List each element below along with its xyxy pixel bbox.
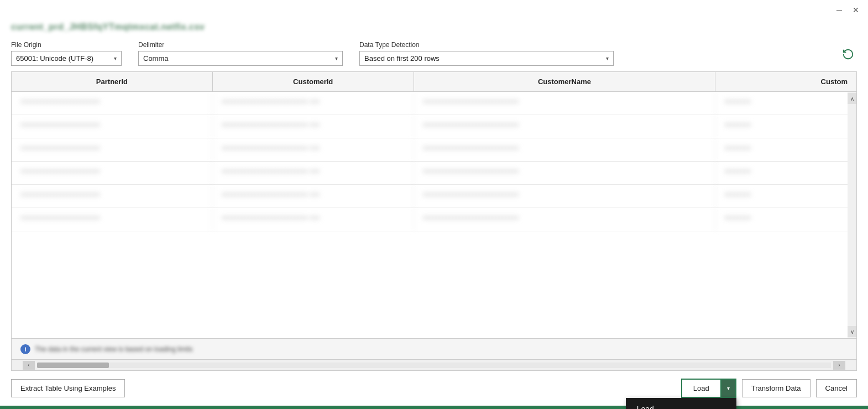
col-header-partnerid: PartnerId <box>12 72 213 91</box>
delimiter-select[interactable]: Comma ▾ <box>138 51 343 66</box>
scroll-right-button[interactable]: › <box>833 361 845 370</box>
td-cell: xxxxxxxxxxxxxxxxxxxxxxxxxxxxx <box>414 138 716 161</box>
col-header-customername: CustomerName <box>414 72 716 91</box>
file-origin-value: 65001: Unicode (UTF-8) <box>16 54 93 63</box>
delimiter-group: Delimiter Comma ▾ <box>138 41 343 66</box>
td-cell: xxxxxxxxxxxxxxxxxxxxxxxxxx xxx <box>213 138 414 161</box>
table-header: PartnerId CustomerId CustomerName Custom <box>12 72 856 92</box>
load-dropdown-toggle[interactable]: ▾ <box>720 379 736 398</box>
td-cell: xxxxxxxxxxxxxxxxxxxxxxxxxxxxx <box>414 115 716 138</box>
td-cell: xxxxxxxx <box>715 185 856 208</box>
td-cell: xxxxxxxxxxxxxxxxxxxxxxxxxxxxx <box>414 162 716 184</box>
td-cell: xxxxxxxxxxxxxxxxxxxxxxxxxx xxx <box>213 208 414 231</box>
td-cell: xxxxxxxxxxxxxxxxxxxxxxxx <box>12 162 213 184</box>
delimiter-arrow-icon: ▾ <box>335 55 338 61</box>
vertical-scrollbar[interactable]: ∧ ∨ <box>848 92 856 338</box>
scroll-track <box>37 363 831 368</box>
controls-row: File Origin 65001: Unicode (UTF-8) ▾ Del… <box>0 37 868 71</box>
td-cell: xxxxxxxxxxxxxxxxxxxxxxxxxxxxx <box>414 185 716 208</box>
bottom-green-bar <box>0 406 868 409</box>
td-cell: xxxxxxxxxxxxxxxxxxxxxxxx <box>12 208 213 231</box>
col-header-custom: Custom <box>715 72 856 91</box>
extract-table-button[interactable]: Extract Table Using Examples <box>11 379 125 397</box>
transform-data-button[interactable]: Transform Data <box>742 379 811 397</box>
delimiter-value: Comma <box>143 54 169 63</box>
horizontal-scrollbar[interactable]: ‹ › <box>12 359 856 370</box>
data-type-detection-select[interactable]: Based on first 200 rows ▾ <box>359 51 614 66</box>
refresh-icon[interactable] <box>839 45 857 66</box>
file-origin-select[interactable]: 65001: Unicode (UTF-8) ▾ <box>11 51 122 66</box>
load-dropdown-menu: Load Load To... <box>626 398 736 409</box>
table-row: xxxxxxxxxxxxxxxxxxxxxxxx xxxxxxxxxxxxxxx… <box>12 115 856 138</box>
td-cell: xxxxxxxxxxxxxxxxxxxxxxxxxxxxx <box>414 92 716 115</box>
data-type-detection-label: Data Type Detection <box>359 41 614 49</box>
table-row: xxxxxxxxxxxxxxxxxxxxxxxx xxxxxxxxxxxxxxx… <box>12 208 856 231</box>
scroll-down-button[interactable]: ∨ <box>848 326 856 337</box>
table-container: PartnerId CustomerId CustomerName Custom… <box>11 71 857 371</box>
td-cell: xxxxxxxxxxxxxxxxxxxxxxxx <box>12 115 213 138</box>
dialog-container: ─ ✕ current_prd_JHBSfqYTmqtmxcat.netfix.… <box>0 0 868 409</box>
table-row: xxxxxxxxxxxxxxxxxxxxxxxx xxxxxxxxxxxxxxx… <box>12 162 856 185</box>
table-row: xxxxxxxxxxxxxxxxxxxxxxxx xxxxxxxxxxxxxxx… <box>12 138 856 162</box>
td-cell: xxxxxxxx <box>715 162 856 184</box>
file-origin-arrow-icon: ▾ <box>114 55 117 61</box>
td-cell: xxxxxxxxxxxxxxxxxxxxxxxxxx xxx <box>213 92 414 115</box>
title-bar: ─ ✕ <box>0 0 868 20</box>
td-cell: xxxxxxxxxxxxxxxxxxxxxxxxxx xxx <box>213 115 414 138</box>
data-type-detection-arrow-icon: ▾ <box>606 55 609 61</box>
status-area: i The data in the current view is based … <box>12 338 856 359</box>
info-icon: i <box>20 344 30 354</box>
delimiter-label: Delimiter <box>138 41 343 49</box>
td-cell: xxxxxxxxxxxxxxxxxxxxxxxx <box>12 185 213 208</box>
scroll-up-button[interactable]: ∧ <box>848 93 856 104</box>
td-cell: xxxxxxxxxxxxxxxxxxxxxxxxxx xxx <box>213 162 414 184</box>
file-path-bar: current_prd_JHBSfqYTmqtmxcat.netfix.csv <box>0 20 868 37</box>
table-row: xxxxxxxxxxxxxxxxxxxxxxxx xxxxxxxxxxxxxxx… <box>12 185 856 208</box>
file-origin-group: File Origin 65001: Unicode (UTF-8) ▾ <box>11 41 122 66</box>
scroll-thumb <box>37 363 109 368</box>
load-dropdown-arrow-icon: ▾ <box>727 385 730 391</box>
cancel-button[interactable]: Cancel <box>816 379 857 397</box>
minimize-button[interactable]: ─ <box>834 4 845 15</box>
td-cell: xxxxxxxx <box>715 208 856 231</box>
footer-row: Extract Table Using Examples Load ▾ Load… <box>0 371 868 406</box>
table-body: xxxxxxxxxxxxxxxxxxxxxxxx xxxxxxxxxxxxxxx… <box>12 92 856 338</box>
td-cell: xxxxxxxxxxxxxxxxxxxxxxxx <box>12 92 213 115</box>
load-button-group: Load ▾ Load Load To... <box>681 379 736 398</box>
load-button[interactable]: Load <box>681 379 720 398</box>
td-cell: xxxxxxxxxxxxxxxxxxxxxxxxxxxxx <box>414 208 716 231</box>
td-cell: xxxxxxxxxxxxxxxxxxxxxxxxxx xxx <box>213 185 414 208</box>
col-header-customerid: CustomerId <box>213 72 414 91</box>
dropdown-item-load[interactable]: Load <box>626 398 736 409</box>
td-cell: xxxxxxxx <box>715 92 856 115</box>
table-row: xxxxxxxxxxxxxxxxxxxxxxxx xxxxxxxxxxxxxxx… <box>12 92 856 115</box>
info-text: The data in the current view is based on… <box>35 345 193 353</box>
td-cell: xxxxxxxxxxxxxxxxxxxxxxxx <box>12 138 213 161</box>
scroll-left-button[interactable]: ‹ <box>23 361 35 370</box>
td-cell: xxxxxxxx <box>715 138 856 161</box>
data-type-detection-group: Data Type Detection Based on first 200 r… <box>359 41 614 66</box>
data-type-detection-value: Based on first 200 rows <box>364 54 440 63</box>
file-path-text: current_prd_JHBSfqYTmqtmxcat.netfix.csv <box>11 22 205 32</box>
file-origin-label: File Origin <box>11 41 122 49</box>
close-button[interactable]: ✕ <box>850 4 861 15</box>
td-cell: xxxxxxxx <box>715 115 856 138</box>
